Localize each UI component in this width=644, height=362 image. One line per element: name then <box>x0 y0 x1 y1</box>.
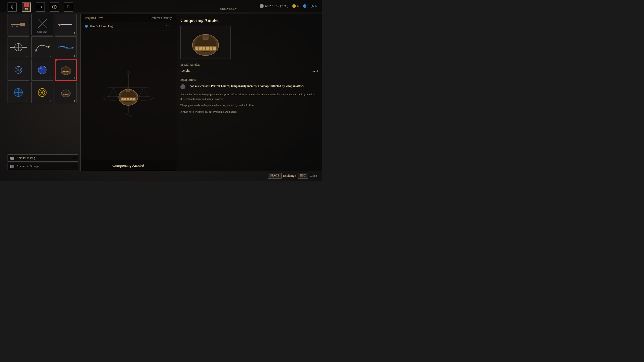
detail-weight-row: Weight 12.8 <box>180 69 318 75</box>
svg-rect-48 <box>68 94 69 95</box>
svg-rect-8 <box>11 25 13 25</box>
item-count-4: 1 <box>26 54 28 57</box>
shield-icon <box>52 5 57 10</box>
bag-label: Amount in Bag <box>16 156 35 160</box>
close-key: ESC <box>298 173 308 178</box>
svg-point-10 <box>16 26 18 27</box>
item-cell-4[interactable]: 1 <box>8 36 29 58</box>
ergo-stat: 13,656 <box>303 4 317 8</box>
item-cell-10[interactable]: 1 <box>8 82 29 103</box>
tab-shield[interactable] <box>50 3 59 12</box>
coins-value: 6 <box>297 4 299 8</box>
item-cell-5[interactable]: 1 <box>31 36 53 58</box>
svg-rect-78 <box>199 47 202 50</box>
item-shield-blue-icon <box>10 87 27 98</box>
equip-effect-text: Upon a successful Perfect Guard, tempora… <box>187 84 304 89</box>
svg-rect-70 <box>133 98 135 100</box>
main-layout: 1 Sold Out 1 <box>8 14 322 171</box>
item-cell-9[interactable]: 1 <box>55 59 77 81</box>
svg-rect-67 <box>124 98 126 100</box>
exchange-key: SPACE <box>268 173 281 178</box>
item-amulet-icon <box>57 64 75 76</box>
amount-in-storage-row: Amount in Storage 0 <box>8 163 78 170</box>
item-cell-3[interactable]: 1 <box>55 14 77 35</box>
tab-all[interactable]: All <box>22 3 31 12</box>
svg-rect-47 <box>66 94 67 95</box>
item-count-11: 1 <box>50 99 52 102</box>
lore-text-3: It must not be withstood, but overcome a… <box>180 110 318 114</box>
tab-underline <box>22 11 30 11</box>
storage-label: Amount in Storage <box>16 164 39 168</box>
svg-rect-34 <box>67 71 68 72</box>
item-count-1: 1 <box>26 31 28 34</box>
item-cell-8[interactable]: 1 <box>31 59 53 81</box>
item-shotgun-icon <box>10 19 27 30</box>
item-cell-sold-out[interactable]: Sold Out <box>31 14 53 35</box>
sold-out-x-icon <box>37 19 47 29</box>
item-cell-12[interactable]: 1 <box>55 82 77 103</box>
req-quantity: 1 / 1 <box>166 24 172 28</box>
weight-value: 66.2 / 87.7 (75%) <box>265 4 288 8</box>
item-count-10: 1 <box>26 99 28 102</box>
item-count-3: 1 <box>74 31 75 34</box>
bottom-info: Amount in Bag 0 Amount in Storage 0 <box>8 154 78 171</box>
svg-rect-31 <box>63 71 64 72</box>
close-button[interactable]: ESC Close <box>298 173 317 178</box>
item-count-5: 1 <box>50 54 52 57</box>
tab-q[interactable]: Q <box>8 3 17 12</box>
item-count-7: 1 <box>26 77 28 80</box>
svg-point-41 <box>41 92 43 94</box>
ergo-icon <box>303 4 306 8</box>
bag-value: 0 <box>74 156 75 160</box>
detail-title: Conquering Amulet <box>180 18 318 23</box>
required-items-label: Required Items <box>85 16 103 20</box>
lore-text-2: The puppet heads to the place where fire… <box>180 103 318 108</box>
stat-group: ⚖ 66.2 / 87.7 (75%) 6 13,656 <box>260 4 317 8</box>
weight-value: 12.8 <box>312 69 318 73</box>
equip-effect: Upon a successful Perfect Guard, tempora… <box>180 84 318 89</box>
svg-rect-68 <box>127 98 129 100</box>
all-grid-icon <box>24 3 29 7</box>
svg-rect-19 <box>22 47 27 48</box>
tab-knife[interactable] <box>36 3 45 12</box>
item-sword-icon <box>57 19 75 30</box>
item-curved-icon <box>33 42 51 53</box>
tab-e[interactable]: E <box>64 3 73 12</box>
weight-icon: ⚖ <box>260 4 264 8</box>
sold-out-label: Sold Out <box>37 30 47 33</box>
svg-rect-82 <box>213 47 216 50</box>
bag-icon <box>10 157 14 160</box>
weight-status: Slightly Heavy <box>220 7 236 10</box>
svg-rect-6 <box>20 23 25 26</box>
svg-point-26 <box>39 67 42 69</box>
item-coiled-icon <box>10 64 27 76</box>
detail-amulet-large <box>185 29 226 56</box>
item-cell-7[interactable]: 1 <box>8 59 29 81</box>
item-count-9: 1 <box>74 76 75 79</box>
svg-rect-79 <box>203 47 205 50</box>
required-quantity-label: Required Quantity <box>149 16 172 20</box>
item-cell-6[interactable]: 1 <box>55 36 77 58</box>
equip-effect-label: Equip Effect <box>180 78 318 82</box>
item-cell-11[interactable]: 1 <box>31 82 53 103</box>
exchange-button[interactable]: SPACE Exchange <box>268 173 296 178</box>
item-cell-1[interactable]: 1 <box>8 14 29 35</box>
svg-line-59 <box>125 113 132 117</box>
close-label: Close <box>309 174 317 178</box>
svg-point-20 <box>35 50 37 52</box>
svg-rect-81 <box>210 47 212 50</box>
item-count-8: 1 <box>50 77 52 80</box>
item-orb-icon <box>33 64 51 76</box>
svg-rect-14 <box>58 24 61 25</box>
svg-rect-33 <box>66 71 67 72</box>
knife-icon <box>38 5 43 10</box>
amount-in-bag-row: Amount in Bag 0 <box>8 154 78 162</box>
coins-stat: 6 <box>292 4 299 8</box>
storage-label-group: Amount in Storage <box>10 164 39 168</box>
svg-rect-32 <box>64 71 65 72</box>
item-whip-icon <box>57 42 75 53</box>
equip-effect-icon <box>180 84 185 89</box>
lore-text-1: An amulet that can be equipped on a pupp… <box>180 92 318 101</box>
item-grid-panel: 1 Sold Out 1 <box>8 14 78 171</box>
ergo-value: 13,656 <box>308 4 317 8</box>
